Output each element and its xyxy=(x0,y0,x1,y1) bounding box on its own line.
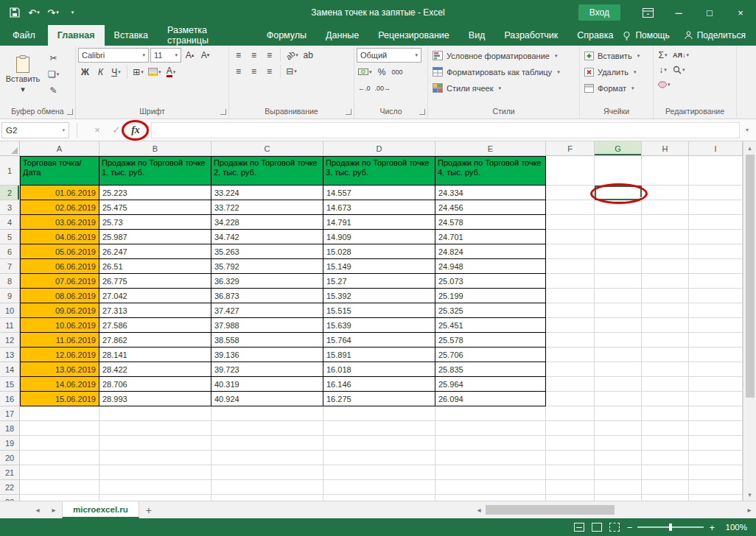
cell-C14[interactable]: 39.723 xyxy=(211,362,323,377)
row-header-3[interactable]: 3 xyxy=(0,200,20,215)
cell-I7[interactable] xyxy=(689,259,743,274)
cell-F22[interactable] xyxy=(546,480,595,495)
cell-E5[interactable]: 24.701 xyxy=(435,230,546,244)
name-box[interactable]: G2 ▾ xyxy=(1,122,69,138)
cell-C7[interactable]: 35.792 xyxy=(211,259,323,274)
cell-G14[interactable] xyxy=(595,362,642,377)
merge-center-button[interactable]: ⊟▾ xyxy=(284,64,298,78)
column-header-D[interactable]: D xyxy=(323,141,435,156)
cell-styles-button[interactable]: Стили ячеек▾ xyxy=(430,80,577,96)
cell-G18[interactable] xyxy=(595,421,642,436)
cell-F19[interactable] xyxy=(546,436,595,451)
row-header-15[interactable]: 15 xyxy=(0,377,20,392)
selected-cell-G2[interactable] xyxy=(595,186,642,200)
cell-F21[interactable] xyxy=(546,465,595,480)
tab-разработчик[interactable]: Разработчик xyxy=(494,25,567,46)
increase-decimal-button[interactable]: ←.0 xyxy=(357,81,372,95)
cell-G11[interactable] xyxy=(595,318,642,333)
cell-E16[interactable]: 26.094 xyxy=(435,392,546,406)
format-painter-icon[interactable]: ✎ xyxy=(46,83,60,97)
italic-button[interactable]: К xyxy=(94,65,108,79)
cell-G12[interactable] xyxy=(595,333,642,348)
row-header-16[interactable]: 16 xyxy=(0,392,20,406)
formula-input[interactable] xyxy=(151,122,740,138)
cell-A6[interactable]: 05.06.2019 xyxy=(20,244,99,259)
row-header-17[interactable]: 17 xyxy=(0,406,20,421)
align-right-button[interactable]: ≡ xyxy=(262,64,276,78)
cell-A10[interactable]: 09.06.2019 xyxy=(20,303,99,318)
row-header-23[interactable]: 23 xyxy=(0,495,20,501)
cell-D21[interactable] xyxy=(323,465,435,480)
cell-G8[interactable] xyxy=(595,274,642,289)
page-break-preview-button[interactable] xyxy=(609,523,620,532)
percent-style-button[interactable]: % xyxy=(375,65,389,79)
cell-B10[interactable]: 27.313 xyxy=(99,303,211,318)
cell-H22[interactable] xyxy=(642,480,689,495)
find-select-button[interactable]: ▾ xyxy=(671,63,687,77)
insert-cells-button[interactable]: Вставить▾ xyxy=(582,48,651,63)
cell-H21[interactable] xyxy=(642,465,689,480)
cell-I22[interactable] xyxy=(689,480,743,495)
align-left-button[interactable]: ≡ xyxy=(231,64,245,78)
redo-button[interactable]: ↷▾ xyxy=(44,3,62,22)
cell-F13[interactable] xyxy=(546,348,595,362)
hscroll-left-icon[interactable]: ◂ xyxy=(472,506,486,514)
cell-E7[interactable]: 24.948 xyxy=(435,259,546,274)
cell-E20[interactable] xyxy=(435,451,546,465)
cell-A13[interactable]: 12.06.2019 xyxy=(20,348,99,362)
cell-I2[interactable] xyxy=(689,186,743,200)
column-header-F[interactable]: F xyxy=(546,141,595,156)
fill-handle[interactable] xyxy=(639,197,643,201)
cancel-button[interactable]: × xyxy=(88,122,107,138)
cell-C11[interactable]: 37.988 xyxy=(211,318,323,333)
cell-F12[interactable] xyxy=(546,333,595,348)
align-center-button[interactable]: ≡ xyxy=(247,64,261,78)
cell-D5[interactable]: 14.909 xyxy=(323,230,435,244)
cell-I11[interactable] xyxy=(689,318,743,333)
underline-button[interactable]: Ч▾ xyxy=(109,65,123,79)
row-header-8[interactable]: 8 xyxy=(0,274,20,289)
cell-E3[interactable]: 24.456 xyxy=(435,200,546,215)
cell-B6[interactable]: 26.247 xyxy=(99,244,211,259)
cell-D7[interactable]: 15.149 xyxy=(323,259,435,274)
sheet-tab-microexcel[interactable]: microexcel.ru xyxy=(62,501,139,518)
row-header-14[interactable]: 14 xyxy=(0,362,20,377)
cell-D16[interactable]: 16.275 xyxy=(323,392,435,406)
tab-данные[interactable]: Данные xyxy=(316,25,368,46)
row-header-11[interactable]: 11 xyxy=(0,318,20,333)
cell-B20[interactable] xyxy=(99,451,211,465)
cell-A8[interactable]: 07.06.2019 xyxy=(20,274,99,289)
cell-I17[interactable] xyxy=(689,406,743,421)
vertical-scroll-thumb[interactable] xyxy=(746,155,755,398)
cell-B2[interactable]: 25.223 xyxy=(99,186,211,200)
cell-B7[interactable]: 26.51 xyxy=(99,259,211,274)
cell-A17[interactable] xyxy=(20,406,99,421)
cell-H6[interactable] xyxy=(642,244,689,259)
cell-A19[interactable] xyxy=(20,436,99,451)
row-header-19[interactable]: 19 xyxy=(0,436,20,451)
align-middle-button[interactable]: ≡ xyxy=(247,48,261,62)
cell-D9[interactable]: 15.392 xyxy=(323,289,435,303)
cell-B16[interactable]: 28.993 xyxy=(99,392,211,406)
cell-F10[interactable] xyxy=(546,303,595,318)
cell-D4[interactable]: 14.791 xyxy=(323,215,435,230)
cell-B12[interactable]: 27.862 xyxy=(99,333,211,348)
cell-C2[interactable]: 33.224 xyxy=(211,186,323,200)
cell-A16[interactable]: 15.06.2019 xyxy=(20,392,99,406)
cell-H14[interactable] xyxy=(642,362,689,377)
cell-C10[interactable]: 37.427 xyxy=(211,303,323,318)
tab-справка[interactable]: Справка xyxy=(567,25,623,46)
cell-E12[interactable]: 25.578 xyxy=(435,333,546,348)
alignment-dialog-launcher[interactable] xyxy=(346,109,351,115)
share-button[interactable]: Поделиться xyxy=(697,30,746,40)
row-header-10[interactable]: 10 xyxy=(0,303,20,318)
cell-C12[interactable]: 38.558 xyxy=(211,333,323,348)
horizontal-scroll-thumb[interactable] xyxy=(486,505,615,515)
cell-C8[interactable]: 36.329 xyxy=(211,274,323,289)
column-header-E[interactable]: E xyxy=(435,141,546,156)
orientation-button[interactable]: ab▾ xyxy=(284,48,300,62)
cell-H1[interactable] xyxy=(642,156,689,186)
save-icon[interactable] xyxy=(6,3,24,22)
cell-G5[interactable] xyxy=(595,230,642,244)
cell-B5[interactable]: 25.987 xyxy=(99,230,211,244)
